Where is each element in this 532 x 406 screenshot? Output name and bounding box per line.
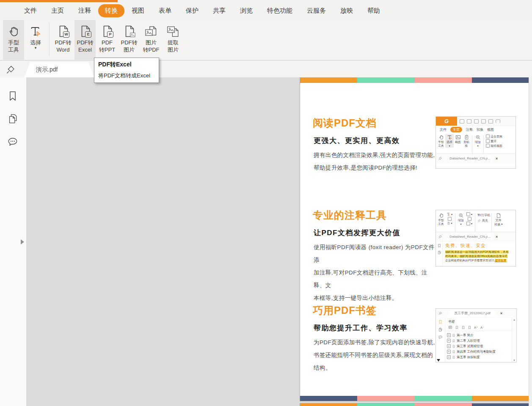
screenshot-annotation-ui: 手型工具 ▾ ▾ 缩放 ▾ ▾ ▾: [436, 210, 516, 266]
tooltip-description: 将PDF文档转成Excel: [98, 72, 155, 80]
pdf-page-1: 阅读PDF文档 更强大、更实用、更高效 拥有出色的文档渲染效果,强大的页面管理功…: [300, 77, 529, 401]
print-icon: [474, 119, 479, 123]
thumb-select-stack: ▾ ▾: [445, 212, 454, 225]
thumb-doc-content: 免费、快速、安全 福昕阅读器是一款功能强大的PDF阅读软件，具有 档与表单。福昕…: [436, 241, 515, 266]
comments-panel-button[interactable]: [7, 136, 19, 148]
menu-cloud[interactable]: 云服务: [300, 4, 333, 17]
undo-icon: [496, 119, 500, 123]
thumb-view-options: 适合页面 重排 旋转视图: [485, 134, 502, 148]
scroll-up-icon: ▲: [513, 318, 515, 321]
pdf-to-word-button[interactable]: W PDF转 Word: [52, 20, 74, 60]
pdf-to-word-label2: Word: [57, 46, 70, 53]
thumb-menu-file: 文件: [440, 127, 447, 132]
pdf-to-ppt-label: PDF: [102, 39, 113, 46]
page-bottom-stripe: [300, 396, 529, 401]
thumb-hand-tool: 手型工具: [437, 134, 445, 148]
image-to-pdf-label: 图片: [146, 39, 157, 46]
section-heading: 巧用PDF书签: [313, 304, 438, 317]
pdf-to-word-label: PDF转: [55, 39, 72, 46]
pdf-to-excel-button[interactable]: E PDF转 Excel: [74, 20, 96, 60]
menu-comment[interactable]: 注释: [71, 4, 98, 17]
image-to-pdf-button[interactable]: 图片 转PDF: [141, 20, 162, 60]
menu-form[interactable]: 表单: [152, 4, 179, 17]
thumb-sidebar: [436, 241, 443, 266]
menu-home[interactable]: 主页: [44, 4, 71, 17]
annotate-pen-icon[interactable]: [5, 63, 17, 76]
image-to-pdf-icon: [144, 24, 158, 39]
tooltip-title: PDF转Excel: [98, 61, 155, 69]
thumb-menu-convert: 转换: [477, 127, 483, 132]
pdf-to-image-button[interactable]: PDF转 图片: [119, 20, 140, 60]
menu-features[interactable]: 特色功能: [260, 4, 300, 17]
excel-badge: E: [85, 31, 91, 38]
thumb-menubar: 文件 主页 注释 转换 视图: [436, 126, 515, 133]
hand-tool-button[interactable]: 手型 工具: [3, 20, 24, 60]
panel-expand-handle[interactable]: [21, 239, 24, 244]
page-icon: [488, 119, 493, 123]
thumb-pageview-stack: ▾ ▾: [465, 212, 474, 225]
menu-help[interactable]: 帮助: [360, 4, 387, 17]
toolbar: 手型 工具 选择 ▾ W PDF转 Word E PDF转 Excel P PD…: [0, 19, 532, 60]
menu-convert[interactable]: 转换: [98, 4, 124, 17]
page-top-stripe: [300, 77, 529, 83]
pdf-to-ppt-icon: P: [100, 24, 114, 39]
menu-view[interactable]: 视图: [124, 4, 152, 17]
menu-browse[interactable]: 浏览: [233, 4, 260, 17]
close-icon: ×: [496, 235, 498, 239]
section-heading: 专业的注释工具: [313, 208, 438, 222]
thumb-toolbar: 手型工具 ▾ ▾ 缩放 ▾ ▾ ▾: [436, 210, 515, 232]
extract-image-icon: [166, 24, 180, 39]
vertical-scrollbar[interactable]: [529, 77, 532, 406]
thumb-bookmark-panel: 书签 A⁺ A⁻ +第一章 简介 +第二章 入职管理 +第三章 试用期管理 +第…: [445, 318, 512, 362]
pdf-to-image-label: PDF转: [121, 39, 138, 46]
collapse-triangle-icon: [437, 359, 440, 362]
screenshot-bookmark-panel: 员工手册_20120917.pdf × 书签: [436, 308, 517, 362]
section-annotation: 专业的注释工具 让PDF文档发挥更大价值 使用福昕PDF阅读器 (foxit r…: [313, 208, 438, 304]
hand-icon: [7, 24, 20, 39]
thumb-zoom-tool: 缩放 ▾: [457, 212, 465, 226]
pages-panel-button[interactable]: [7, 113, 19, 125]
menu-present[interactable]: 放映: [333, 4, 360, 17]
thumb-sidebar: [436, 318, 445, 362]
pdf-to-ppt-button[interactable]: P PDF 转PPT: [96, 20, 118, 60]
ppt-badge: P: [107, 31, 113, 38]
image-to-pdf-label2: 转PDF: [143, 46, 160, 53]
pdf-to-ppt-label2: 转PPT: [99, 46, 115, 53]
thumb-clipboard-tool: 剪贴板: [462, 134, 471, 148]
pdf-to-image-label2: 图片: [124, 46, 135, 53]
thumb-hand-tool: 手型工具: [437, 212, 445, 226]
toolbar-separator: [49, 22, 50, 56]
select-tool-button[interactable]: 选择 ▾: [25, 20, 46, 60]
chevron-down-icon: ▾: [35, 46, 37, 49]
pdf-to-image-icon: [122, 24, 136, 39]
thumb-titlebar: G: [436, 117, 515, 126]
mail-icon: [481, 119, 486, 123]
section-heading: 阅读PDF文档: [313, 116, 438, 130]
menu-protect[interactable]: 保护: [179, 4, 206, 17]
close-icon: ×: [500, 311, 502, 315]
section-body: 拥有出色的文档渲染效果,强大的页面管理功能,帮助提升效率,是您阅读PDF的理想选…: [314, 149, 438, 174]
pdf-page-2: [300, 403, 529, 406]
font-increase-icon: A⁺: [474, 326, 478, 329]
select-text-icon: [29, 24, 42, 39]
save-icon: [467, 119, 471, 123]
select-tool-label: 选择: [30, 39, 41, 46]
section-bookmarks: 巧用PDF书签 帮助您提升工作、学习效率 为PDF页面添加书签,除了实现内容的快…: [313, 304, 438, 374]
document-canvas[interactable]: 阅读PDF文档 更强大、更实用、更高效 拥有出色的文档渲染效果,强大的页面管理功…: [26, 77, 532, 406]
extract-image-label2: 图片: [168, 46, 179, 53]
document-tab[interactable]: 演示.pdf: [24, 62, 94, 77]
menu-share[interactable]: 共享: [206, 4, 233, 17]
bookmarks-panel-button[interactable]: [7, 90, 19, 102]
extract-image-label: 提取: [168, 39, 179, 46]
pdf-to-excel-icon: E: [78, 24, 92, 39]
pdf-to-excel-label2: Excel: [78, 46, 92, 53]
typewriter-icon: TI: [477, 212, 480, 218]
extract-image-button[interactable]: 提取 图片: [163, 20, 184, 60]
menu-file[interactable]: 文件: [17, 4, 44, 17]
thumb-menu-view: 视图: [487, 127, 494, 132]
scroll-down-icon: ▼: [513, 359, 515, 362]
document-tab-title: 演示.pdf: [36, 66, 58, 74]
thumb-doc-heading: 免费、快速、安全: [445, 243, 514, 249]
thumb-scrollbar: ▲ ▼: [512, 318, 516, 362]
thumb-menu-comment: 注释: [466, 127, 473, 132]
